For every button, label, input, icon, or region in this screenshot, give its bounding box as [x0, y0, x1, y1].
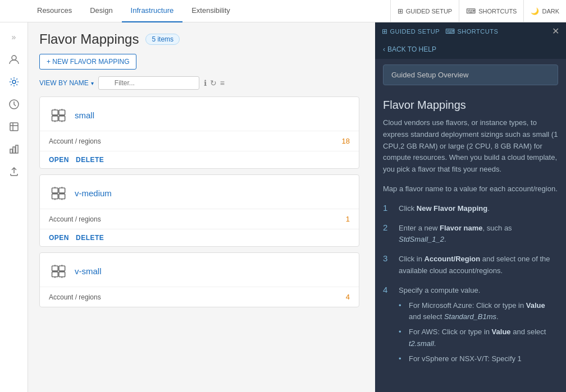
svg-rect-26 — [59, 272, 65, 277]
panel-header: ‹ BACK TO HELP — [375, 40, 566, 59]
flavor-mapping-icon — [50, 106, 68, 124]
clock-icon — [8, 99, 20, 110]
step-number-4: 4 — [383, 285, 393, 368]
svg-rect-6 — [16, 145, 18, 153]
svg-rect-4 — [10, 149, 12, 153]
users-icon — [8, 54, 20, 65]
bullet-list: • For Microsoft Azure: Click or type in … — [399, 300, 558, 365]
svg-rect-7 — [52, 110, 58, 115]
toolbar: VIEW BY NAME ▾ 🔍 ℹ ↻ ≡ — [39, 76, 364, 90]
back-to-help-link[interactable]: ‹ BACK TO HELP — [383, 45, 558, 53]
flavor-name-small[interactable]: small — [75, 110, 94, 120]
flavor-actions-small: OPEN DELETE — [40, 151, 359, 168]
shortcuts-label: ⌨ SHORTCUTS — [445, 27, 498, 35]
flavor-meta-count: 1 — [346, 215, 350, 223]
flavor-card-vsmall: v-small Account / regions 4 — [39, 252, 359, 307]
sidebar-package-icon[interactable] — [4, 117, 24, 137]
flavor-actions-vmedium: OPEN DELETE — [40, 229, 359, 246]
bullet-dot: • — [399, 353, 404, 365]
top-nav: Resources Design Infrastructure Extensib… — [0, 0, 566, 22]
sidebar-users-icon[interactable] — [4, 49, 24, 70]
svg-rect-18 — [59, 194, 65, 199]
guided-setup-label: ⊞ GUIDED SETUP — [382, 27, 440, 35]
chevron-left-icon: ‹ — [383, 45, 385, 53]
step-number-3: 3 — [383, 253, 393, 277]
flavor-card-small: small Account / regions 18 OPEN DELETE — [39, 96, 359, 169]
bullet-azure: • For Microsoft Azure: Click or type in … — [399, 300, 558, 324]
box-icon — [8, 121, 20, 132]
delete-button-small[interactable]: DELETE — [76, 156, 104, 164]
flavor-name-vsmall[interactable]: v-small — [75, 266, 102, 276]
bullet-vsphere: • For vSphere or NSX-V/T: Specify 1 — [399, 353, 558, 365]
left-sidebar: » — [0, 22, 28, 392]
flavor-meta-count: 18 — [342, 137, 350, 145]
step-text-3: Click in Account/Region and select one o… — [399, 253, 558, 277]
main-layout: » — [0, 22, 566, 392]
list-view-icon[interactable]: ≡ — [220, 79, 225, 87]
filter-input[interactable] — [98, 76, 199, 90]
gear-icon — [8, 76, 20, 87]
dark-mode-btn[interactable]: 🌙 DARK — [523, 0, 566, 22]
svg-rect-23 — [52, 266, 58, 271]
flavor-meta-label: Account / regions — [49, 215, 346, 223]
flavor-meta-count: 4 — [346, 293, 350, 301]
guided-setup-icon-panel: ⊞ — [382, 27, 388, 35]
step-list: 1 Click New Flavor Mapping. 2 Enter a ne… — [383, 203, 558, 368]
page-title: Flavor Mappings — [39, 31, 139, 47]
upload-icon — [8, 166, 20, 177]
items-badge: 5 items — [145, 34, 180, 45]
toolbar-icons: ℹ ↻ ≡ — [204, 79, 225, 87]
step-2: 2 Enter a new Flavor name, such as StdSm… — [383, 223, 558, 246]
sidebar-upload-icon[interactable] — [4, 162, 24, 182]
sidebar-clock-icon[interactable] — [4, 94, 24, 114]
flavor-mapping-icon — [50, 262, 68, 280]
info-icon[interactable]: ℹ — [204, 79, 207, 87]
step-3: 3 Click in Account/Region and select one… — [383, 253, 558, 277]
flavor-meta-label: Account / regions — [49, 137, 342, 145]
nav-resources[interactable]: Resources — [28, 0, 81, 22]
panel-content-title: Flavor Mappings — [383, 99, 558, 112]
shortcuts-icon-panel: ⌨ — [445, 27, 455, 35]
open-button-vmedium[interactable]: OPEN — [49, 234, 69, 242]
content-area: Flavor Mappings 5 items + NEW FLAVOR MAP… — [28, 22, 375, 392]
flavor-card-header: small — [40, 97, 359, 131]
svg-rect-24 — [52, 272, 58, 277]
flavor-icon — [49, 261, 69, 281]
delete-button-vmedium[interactable]: DELETE — [76, 234, 104, 242]
flavor-mapping-icon — [50, 184, 68, 202]
close-icon[interactable]: ✕ — [552, 26, 559, 36]
new-flavor-mapping-button[interactable]: + NEW FLAVOR MAPPING — [39, 54, 136, 70]
svg-rect-5 — [13, 147, 15, 153]
open-button-small[interactable]: OPEN — [49, 156, 69, 164]
panel-content: Flavor Mappings Cloud vendors use flavor… — [375, 91, 566, 392]
panel-description: Cloud vendors use flavors, or instance t… — [383, 117, 558, 176]
flavor-meta-vsmall: Account / regions 4 — [40, 287, 359, 307]
shortcuts-btn[interactable]: ⌨ SHORTCUTS — [459, 0, 523, 22]
sidebar-settings-icon[interactable] — [4, 72, 24, 92]
step-text-2: Enter a new Flavor name, such as StdSmal… — [399, 223, 558, 246]
refresh-icon[interactable]: ↻ — [210, 79, 217, 87]
view-by-button[interactable]: VIEW BY NAME ▾ — [39, 79, 94, 87]
nav-infrastructure[interactable]: Infrastructure — [122, 0, 183, 22]
bullet-dot: • — [399, 326, 404, 350]
flavor-icon — [49, 105, 69, 125]
flavor-meta-label: Account / regions — [49, 293, 346, 301]
nav-design[interactable]: Design — [81, 0, 121, 22]
svg-rect-10 — [59, 116, 65, 121]
step-number-1: 1 — [383, 203, 393, 215]
step-4: 4 Specify a compute value. • For Microso… — [383, 285, 558, 368]
flavor-icon — [49, 183, 69, 203]
svg-rect-15 — [52, 188, 58, 193]
sidebar-expand-btn[interactable]: » — [4, 27, 24, 47]
svg-rect-16 — [52, 194, 58, 199]
sidebar-chart-icon[interactable] — [4, 139, 24, 159]
flavor-name-vmedium[interactable]: v-medium — [75, 188, 112, 198]
svg-rect-9 — [59, 110, 65, 115]
nav-extensibility[interactable]: Extensibility — [182, 0, 239, 22]
guided-setup-top-btn[interactable]: ⊞ GUIDED SETUP — [390, 0, 459, 22]
guided-setup-icon: ⊞ — [398, 7, 403, 15]
guided-setup-overview-button[interactable]: Guided Setup Overview — [383, 64, 558, 85]
panel-subtitle: Map a flavor name to a value for each ac… — [383, 183, 558, 195]
page-header: Flavor Mappings 5 items — [39, 31, 364, 47]
svg-rect-25 — [59, 266, 65, 271]
